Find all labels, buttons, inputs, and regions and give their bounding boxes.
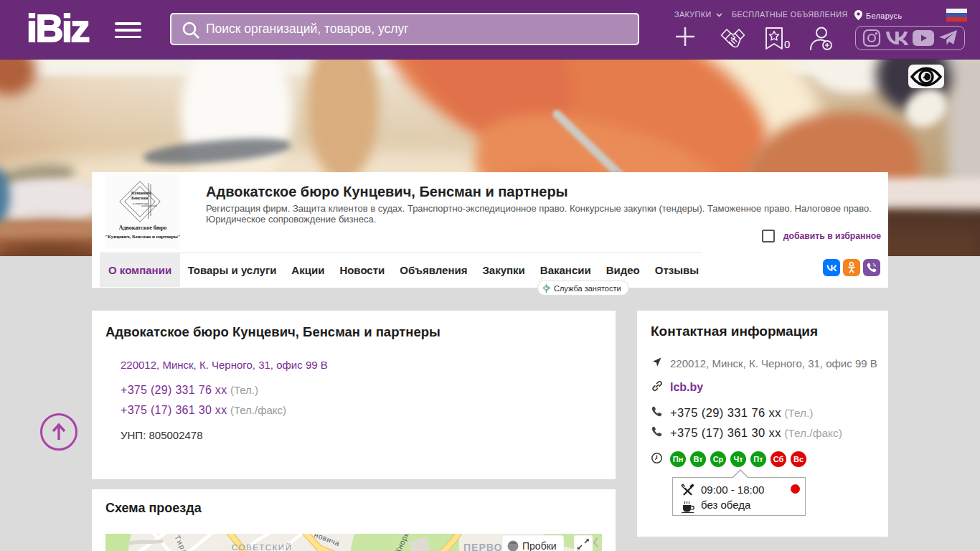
svg-text:Пробки: Пробки [522,540,557,551]
svg-text:Кунцевич,: Кунцевич, [131,191,152,195]
svg-text:Адвокатское бюро: Адвокатское бюро [119,225,167,231]
svg-text:Бенсман: Бенсман [131,196,149,200]
svg-text:"Кунцевич, Бенсман и партнеры": "Кунцевич, Бенсман и партнеры" [105,234,180,239]
svg-text:и партнеры: и партнеры [133,202,149,205]
svg-text:СОВЕТСКИЙ: СОВЕТСКИЙ [232,543,292,551]
